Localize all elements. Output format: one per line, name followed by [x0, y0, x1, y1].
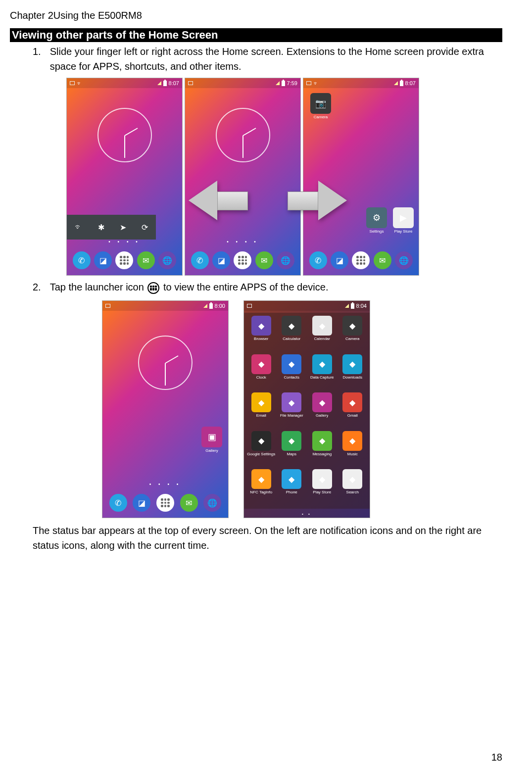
status-bar: 8:04 — [244, 301, 370, 311]
dock-browser-icon[interactable]: 🌐 — [203, 494, 221, 512]
app-label: Clock — [256, 375, 266, 380]
battery-icon — [163, 81, 167, 86]
step-2-text-post: to view the entire APPS of the device. — [163, 282, 329, 292]
app-label: Maps — [287, 452, 296, 456]
app-maps[interactable]: ◆Maps — [278, 431, 306, 468]
app-label: Calculator — [283, 337, 300, 341]
app-label: Gallery — [205, 448, 218, 453]
bluetooth-toggle-icon[interactable]: ✱ — [98, 223, 104, 232]
dock-contacts-icon[interactable]: ◪ — [94, 251, 112, 269]
app-label: Search — [346, 490, 359, 494]
notification-icon — [105, 304, 110, 308]
step-2: 2. Tap the launcher icon to view the ent… — [33, 280, 502, 294]
app-label: Phone — [286, 490, 297, 494]
dock-launcher-icon[interactable] — [234, 251, 251, 269]
dock-phone-icon[interactable]: ✆ — [191, 251, 209, 269]
app-playstore[interactable]: ▶ Play Store — [392, 207, 415, 234]
home-with-gallery: 8:00 ▣ Gallery • • • • ✆ ◪ ✉ 🌐 — [102, 300, 229, 518]
all-apps-screen: 8:04 ◆Browser◆Calculator◆Calendar◆Camera… — [243, 300, 370, 518]
clock-widget[interactable] — [138, 336, 193, 390]
status-time: 8:07 — [405, 80, 416, 86]
clock-widget[interactable] — [97, 108, 152, 162]
app-contacts[interactable]: ◆Contacts — [278, 354, 306, 391]
app-clock[interactable]: ◆Clock — [247, 354, 276, 391]
app-gallery[interactable]: ◆Gallery — [308, 392, 337, 429]
app-camera[interactable]: 📷 Camera — [309, 93, 332, 119]
dock-messaging-icon[interactable]: ✉ — [374, 251, 391, 269]
app-phone[interactable]: ◆Phone — [278, 469, 306, 506]
app-play-store[interactable]: ◆Play Store — [308, 469, 337, 506]
app-data-capture[interactable]: ◆Data Capture — [308, 354, 337, 391]
dock-browser-icon[interactable]: 🌐 — [395, 251, 413, 269]
dock-launcher-icon[interactable] — [352, 251, 370, 269]
status-time: 8:00 — [215, 303, 225, 309]
battery-icon — [209, 303, 213, 309]
app-downloads[interactable]: ◆Downloads — [339, 354, 367, 391]
signal-icon — [157, 81, 161, 85]
wifi-toggle-icon[interactable]: ᯤ — [75, 223, 83, 232]
status-time: 8:07 — [169, 80, 179, 86]
step-1: 1. Slide your finger left or right acros… — [33, 44, 502, 74]
dock-phone-icon[interactable]: ✆ — [73, 251, 91, 269]
step-2-text-pre: Tap the launcher icon — [50, 282, 147, 292]
sync-toggle-icon[interactable]: ⟳ — [142, 223, 148, 232]
quick-settings-tray[interactable]: ᯤ ✱ ➤ ⟳ — [67, 215, 156, 240]
dock-messaging-icon[interactable]: ✉ — [255, 251, 273, 269]
dock-phone-icon[interactable]: ✆ — [109, 494, 127, 512]
dock-messaging-icon[interactable]: ✉ — [137, 251, 155, 269]
app-gallery[interactable]: ▣ Gallery — [200, 427, 223, 453]
dock-contacts-icon[interactable]: ◪ — [133, 494, 150, 512]
signal-icon — [203, 304, 207, 308]
dock-launcher-icon[interactable] — [115, 251, 133, 269]
notification-icon — [70, 81, 75, 85]
app-search[interactable]: ◆Search — [339, 469, 367, 506]
location-toggle-icon[interactable]: ➤ — [120, 223, 126, 232]
all-apps-grid[interactable]: ◆Browser◆Calculator◆Calendar◆Camera◆Cloc… — [244, 313, 370, 509]
status-bar: ᯤ 8:07 — [67, 78, 182, 88]
section-title: Viewing other parts of the Home Screen — [10, 28, 502, 42]
signal-icon — [394, 81, 398, 85]
app-label: Play Store — [313, 490, 331, 494]
dock-contacts-icon[interactable]: ◪ — [331, 251, 348, 269]
notification-icon — [247, 304, 252, 308]
steps-list-2: 2. Tap the launcher icon to view the ent… — [33, 280, 502, 294]
app-label: Music — [347, 452, 358, 456]
dock: ✆ ◪ ✉ 🌐 — [185, 248, 300, 272]
step-2-number: 2. — [33, 280, 41, 294]
battery-icon — [351, 303, 354, 309]
clock-widget[interactable] — [216, 108, 270, 162]
dock-phone-icon[interactable]: ✆ — [309, 251, 327, 269]
app-messaging[interactable]: ◆Messaging — [308, 431, 337, 468]
step-1-text: Slide your finger left or right across t… — [50, 44, 502, 74]
dock-messaging-icon[interactable]: ✉ — [180, 494, 198, 512]
app-browser[interactable]: ◆Browser — [247, 316, 276, 352]
app-label: Browser — [254, 337, 268, 341]
status-bar: ᯤ 8:07 — [303, 78, 419, 88]
dock-browser-icon[interactable]: 🌐 — [277, 251, 294, 269]
app-label: Calendar — [314, 337, 330, 341]
app-settings[interactable]: ⚙ Settings — [365, 207, 388, 234]
wifi-icon: ᯤ — [77, 80, 82, 86]
battery-icon — [282, 81, 285, 86]
app-file-manager[interactable]: ◆File Manager — [278, 392, 306, 429]
app-label: Contacts — [284, 375, 299, 380]
app-music[interactable]: ◆Music — [339, 431, 367, 468]
app-nfc-taginfo[interactable]: ◆NFC TagInfo — [247, 469, 276, 506]
app-label: Messaging — [312, 452, 332, 456]
dock-launcher-icon[interactable] — [156, 494, 174, 512]
dock-contacts-icon[interactable]: ◪ — [212, 251, 230, 269]
app-gmail[interactable]: ◆Gmail — [339, 392, 367, 429]
app-label: Email — [256, 413, 266, 418]
app-calendar[interactable]: ◆Calendar — [308, 316, 337, 352]
app-label: Gallery — [316, 413, 328, 418]
notification-icon — [188, 81, 193, 85]
app-label: Downloads — [342, 375, 362, 380]
app-email[interactable]: ◆Email — [247, 392, 276, 429]
app-camera[interactable]: ◆Camera — [339, 316, 367, 352]
app-calculator[interactable]: ◆Calculator — [278, 316, 306, 352]
status-right: 8:07 — [157, 80, 179, 86]
paragraph-status-bar: The status bar appears at the top of eve… — [33, 523, 502, 553]
app-label: File Manager — [280, 413, 303, 418]
app-google-settings[interactable]: ◆Google Settings — [247, 431, 276, 468]
dock-browser-icon[interactable]: 🌐 — [158, 251, 176, 269]
